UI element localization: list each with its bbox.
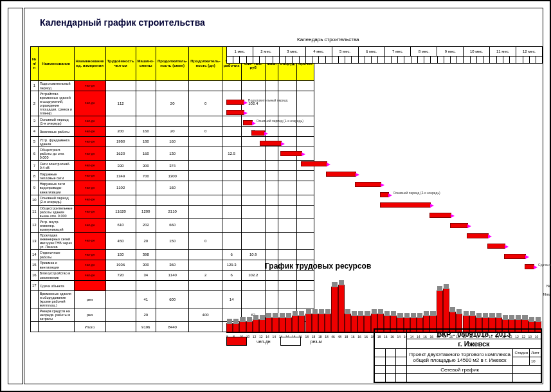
resource-bar bbox=[357, 316, 364, 332]
resource-bar bbox=[239, 321, 246, 332]
gantt-header: Календарь строительства bbox=[297, 37, 359, 42]
resource-bar bbox=[259, 319, 266, 332]
resource-bar bbox=[325, 314, 331, 332]
gantt-bar bbox=[226, 110, 244, 115]
gantt-bar bbox=[487, 244, 505, 249]
col-header: Наименование bbox=[38, 47, 74, 81]
gantt-bar bbox=[226, 100, 244, 105]
resource-bar bbox=[443, 289, 449, 332]
resource-bar bbox=[318, 314, 325, 332]
gantt-bar bbox=[380, 202, 431, 208]
resource-bar bbox=[246, 321, 253, 332]
page-title: Календарный график строительства bbox=[40, 17, 205, 28]
col-header: Продолжитель- ность (смен) bbox=[156, 47, 188, 81]
resource-bar bbox=[345, 314, 351, 332]
gantt-bar bbox=[243, 120, 253, 125]
resource-bar bbox=[233, 323, 239, 332]
legend-swatch-2 bbox=[280, 337, 301, 346]
gantt-bar bbox=[380, 192, 390, 197]
col-header: Продолжитель- ность (дн) bbox=[189, 47, 222, 81]
col-header: Наименование ед. измерения bbox=[74, 47, 105, 81]
gantt-bar bbox=[280, 151, 302, 156]
gantt-bar bbox=[355, 182, 381, 187]
resource-bar bbox=[298, 316, 305, 332]
resource-bar bbox=[305, 314, 312, 332]
table-row: 16Благоустройство и озеленениечел-дн7203… bbox=[31, 271, 314, 281]
resource-bar bbox=[266, 317, 272, 332]
gantt-bar bbox=[260, 141, 282, 146]
gantt-chart: 1 мес.2 мес.3 мес.4 мес.5 мес.6 мес.7 ме… bbox=[226, 46, 543, 265]
resource-bar bbox=[437, 290, 443, 332]
resource-bar bbox=[331, 287, 338, 332]
resource-bar bbox=[292, 316, 298, 332]
resource-bar bbox=[279, 317, 285, 332]
resource-bar bbox=[285, 317, 292, 332]
resource-chart: Nср=12 чел Nmax=48 чел 88101012121414141… bbox=[226, 281, 541, 333]
title-block: ВКР - 08091018 - 2013 г. Ижевск Проект д… bbox=[374, 328, 542, 383]
gantt-bar bbox=[326, 172, 356, 177]
legend: чел-дн рез-м bbox=[226, 337, 322, 346]
gantt-bar bbox=[525, 264, 534, 269]
resource-bar bbox=[312, 314, 318, 332]
gantt-bar bbox=[429, 213, 451, 218]
gantt-bar bbox=[504, 254, 526, 259]
resource-bar bbox=[253, 319, 259, 332]
col-header: № п/п bbox=[31, 47, 39, 81]
col-header: Трудоёмкость чел-см bbox=[105, 47, 136, 81]
task-table: № п/пНаименованиеНаименование ед. измере… bbox=[30, 46, 223, 332]
resource-bar bbox=[272, 317, 278, 332]
resource-bar bbox=[351, 316, 357, 332]
gantt-bar bbox=[467, 233, 489, 238]
gantt-bar bbox=[301, 161, 327, 166]
resource-bar bbox=[364, 316, 370, 332]
resource-bar bbox=[338, 285, 345, 332]
gantt-bar bbox=[251, 130, 265, 136]
resource-bar bbox=[226, 323, 233, 332]
gantt-bar bbox=[450, 223, 468, 228]
legend-swatch-1 bbox=[226, 337, 247, 346]
resource-title: График трудовых ресурсов bbox=[265, 262, 371, 271]
col-header: Машино-смены bbox=[136, 47, 156, 81]
